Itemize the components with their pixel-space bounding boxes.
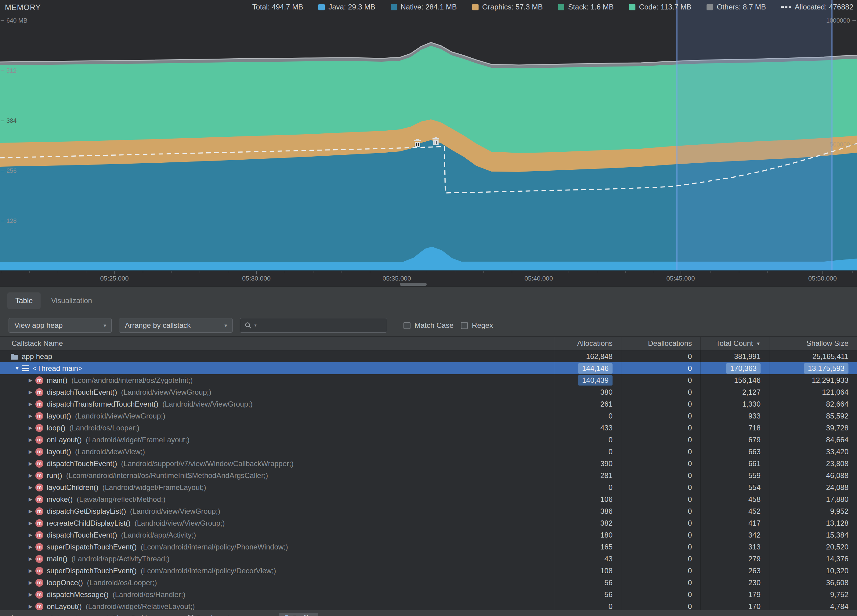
legend-stack[interactable]: Stack: 1.6 MB	[558, 3, 613, 11]
regex-checkbox[interactable]: Regex	[461, 321, 493, 330]
table-row[interactable]: ▶mdispatchTouchEvent()(Landroid/support/…	[0, 458, 857, 469]
table-row[interactable]: ▶mlayoutChildren()(Landroid/widget/Frame…	[0, 481, 857, 493]
column-header-shallow-size[interactable]: Shallow Size	[769, 337, 857, 350]
table-row[interactable]: ▶mmain()(Landroid/app/ActivityThread;)43…	[0, 553, 857, 565]
timeline-minor-tick	[143, 271, 143, 273]
collapse-arrow-icon[interactable]: ▶	[26, 389, 36, 395]
deallocations-cell: 0	[621, 386, 701, 398]
collapse-arrow-icon[interactable]: ▶	[26, 508, 36, 514]
allocations-cell: 382	[554, 517, 621, 529]
collapse-arrow-icon[interactable]: ▶	[26, 472, 36, 478]
allocations-value: 261	[600, 400, 613, 409]
collapse-arrow-icon[interactable]: ▶	[26, 568, 36, 574]
tool-window-button-6-logcat[interactable]: 6: Logcat	[37, 613, 82, 616]
collapse-arrow-icon[interactable]: ▶	[26, 401, 36, 407]
column-header-allocations[interactable]: Allocations	[554, 337, 621, 350]
total-count-cell: 452	[701, 505, 769, 517]
legend-java[interactable]: Java: 29.3 MB	[318, 3, 375, 11]
deallocations-value: 0	[688, 352, 692, 361]
legend-graphics[interactable]: Graphics: 57.3 MB	[472, 3, 543, 11]
callstack-package: (Lcom/android/internal/os/ZygoteInit;)	[71, 376, 193, 385]
shallow-size-value: 24,088	[826, 483, 848, 492]
table-row[interactable]: ▶mdispatchTransformedTouchEvent()(Landro…	[0, 398, 857, 410]
allocations-value: 433	[600, 424, 613, 432]
total-count-cell: 559	[701, 469, 769, 481]
tab-table[interactable]: Table	[7, 293, 40, 309]
collapse-arrow-icon[interactable]: ▶	[26, 496, 36, 502]
collapse-arrow-icon[interactable]: ▶	[26, 377, 36, 383]
table-row[interactable]: ▶mdispatchTouchEvent()(Landroid/app/Acti…	[0, 529, 857, 541]
allocations-cell: 162,848	[554, 350, 621, 362]
timeline-axis[interactable]: 05:25.00005:30.00005:35.00005:40.00005:4…	[0, 271, 857, 286]
method-icon: m	[36, 555, 43, 563]
allocations-value: 390	[600, 460, 613, 468]
table-row[interactable]: ▶mlayout()(Landroid/view/View;)0066333,4…	[0, 446, 857, 458]
table-row[interactable]: ▶monLayout()(Landroid/widget/FrameLayout…	[0, 434, 857, 446]
tool-window-button-al[interactable]: al	[4, 613, 17, 616]
chart-scrollbar-thumb[interactable]	[400, 283, 427, 286]
table-row[interactable]: app heap162,8480381,99125,165,411	[0, 350, 857, 362]
collapse-arrow-icon[interactable]: ▶	[26, 556, 36, 562]
collapse-arrow-icon[interactable]: ▶	[26, 425, 36, 431]
expand-arrow-icon[interactable]: ▼	[12, 366, 22, 371]
table-row[interactable]: ▶mloop()(Landroid/os/Looper;)433071839,7…	[0, 422, 857, 434]
allocations-value: 43	[604, 555, 613, 563]
table-row[interactable]: ▶mlayout()(Landroid/view/ViewGroup;)0093…	[0, 410, 857, 422]
column-header-total-count[interactable]: Total Count▼	[701, 337, 769, 350]
column-header-deallocations[interactable]: Deallocations	[621, 337, 701, 350]
arrange-by-dropdown[interactable]: Arrange by callstack ▼	[119, 318, 232, 333]
gc-event-trash-icon[interactable]	[432, 137, 439, 145]
collapse-arrow-icon[interactable]: ▶	[26, 604, 36, 609]
total-count-value: 559	[748, 471, 761, 480]
total-count-cell: 679	[701, 434, 769, 446]
allocations-cell: 433	[554, 422, 621, 434]
legend-native[interactable]: Native: 284.1 MB	[391, 3, 457, 11]
collapse-arrow-icon[interactable]: ▶	[26, 437, 36, 443]
heap-select-dropdown[interactable]: View app heap ▼	[9, 318, 112, 333]
collapse-arrow-icon[interactable]: ▶	[26, 461, 36, 466]
table-row[interactable]: ▶msuperDispatchTouchEvent()(Lcom/android…	[0, 541, 857, 553]
legend-others[interactable]: Others: 8.7 MB	[707, 3, 766, 11]
allocations-cell: 56	[554, 588, 621, 601]
collapse-arrow-icon[interactable]: ▶	[26, 413, 36, 419]
collapse-arrow-icon[interactable]: ▶	[26, 520, 36, 526]
table-row[interactable]: ▶msuperDispatchTouchEvent()(Lcom/android…	[0, 565, 857, 577]
collapse-arrow-icon[interactable]: ▶	[26, 484, 36, 490]
table-row[interactable]: ▼<Thread main>144,1460170,36313,175,593	[0, 362, 857, 374]
collapse-arrow-icon[interactable]: ▶	[26, 591, 36, 597]
method-icon: m	[36, 460, 43, 467]
total-count-cell: 554	[701, 481, 769, 493]
search-input[interactable]: ▼	[240, 318, 387, 333]
table-row[interactable]: ▶mloopOnce()(Landroid/os/Looper;)5602303…	[0, 577, 857, 588]
table-row[interactable]: ▶mdispatchTouchEvent()(Landroid/view/Vie…	[0, 386, 857, 398]
memory-tabs: TableVisualization	[0, 286, 857, 314]
tool-window-button-database-inspector[interactable]: Database Inspector	[183, 613, 260, 616]
selection-range[interactable]	[677, 0, 832, 271]
table-row[interactable]: ▶mrecreateChildDisplayList()(Landroid/vi…	[0, 517, 857, 529]
tool-window-button-profiler[interactable]: Profiler	[279, 613, 319, 616]
collapse-arrow-icon[interactable]: ▶	[26, 532, 36, 538]
collapse-arrow-icon[interactable]: ▶	[26, 449, 36, 455]
timeline-tick-label: 05:50.000	[808, 275, 837, 282]
allocations-value: 0	[609, 483, 613, 492]
match-case-checkbox[interactable]: Match Case	[404, 321, 453, 330]
callstack-name: invoke()	[47, 495, 73, 504]
collapse-arrow-icon[interactable]: ▶	[26, 580, 36, 585]
collapse-arrow-icon[interactable]: ▶	[26, 544, 36, 550]
total-count-cell: 381,991	[701, 350, 769, 362]
table-row[interactable]: ▶minvoke()(Ljava/lang/reflect/Method;)10…	[0, 493, 857, 505]
tool-window-button-blaze-problems[interactable]: Blaze Problems	[101, 613, 164, 616]
callstack-name-cell: ▶mdispatchTouchEvent()(Landroid/view/Vie…	[0, 386, 554, 398]
table-row[interactable]: ▶mmain()(Lcom/android/internal/os/Zygote…	[0, 374, 857, 386]
allocations-value: 0	[609, 447, 613, 456]
table-row[interactable]: ▶mdispatchGetDisplayList()(Landroid/view…	[0, 505, 857, 517]
legend-allocated[interactable]: Allocated: 476882	[781, 3, 853, 11]
y-axis-right-label-text: 500000	[829, 141, 850, 148]
gc-event-trash-icon[interactable]	[414, 139, 421, 147]
callstack-package: (Landroid/widget/FrameLayout;)	[86, 436, 190, 444]
legend-code[interactable]: Code: 113.7 MB	[629, 3, 691, 11]
column-header-callstack-name[interactable]: Callstack Name	[0, 337, 554, 350]
tab-visualization[interactable]: Visualization	[43, 293, 100, 309]
table-row[interactable]: ▶mrun()(Lcom/android/internal/os/Runtime…	[0, 469, 857, 481]
table-row[interactable]: ▶mdispatchMessage()(Landroid/os/Handler;…	[0, 588, 857, 601]
